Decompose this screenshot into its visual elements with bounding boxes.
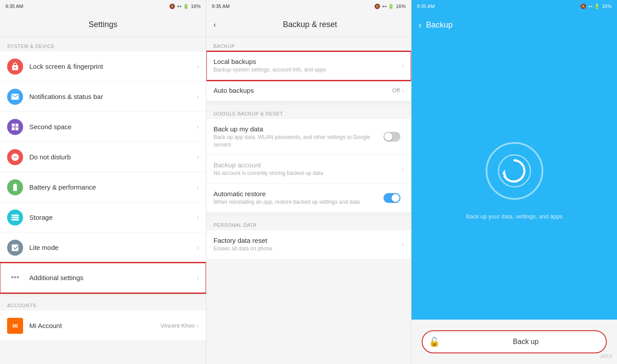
settings-panel: 9:35 AM 🔕 ↤ 🔋 16% Settings SYSTEM & DEVI… bbox=[0, 0, 206, 364]
auto-restore-toggle[interactable] bbox=[384, 193, 400, 203]
status-bar-panel3: 9:35 AM 🔕 ↤ 🔋 16% bbox=[411, 0, 617, 12]
back-up-subtitle: Back up app data, WLAN passwords, and ot… bbox=[214, 134, 384, 149]
notifications-title: Notifications & status bar bbox=[29, 93, 197, 100]
mute-icon: 🔕 bbox=[169, 4, 175, 9]
status-icons-panel2: 🔕 ↤ 🔋 16% bbox=[374, 4, 406, 9]
mute-icon3: 🔕 bbox=[580, 4, 586, 9]
backup-panel: 9:35 AM 🔕 ↤ 🔋 16% ‹ Backup Back up your … bbox=[411, 0, 617, 364]
second-space-title: Second space bbox=[29, 123, 197, 131]
section-label-personal: PERSONAL DATA bbox=[206, 216, 411, 230]
factory-reset-content: Factory data reset Erases all data on ph… bbox=[214, 237, 402, 253]
section-label-google: GOOGLE BACKUP & RESET bbox=[206, 105, 411, 119]
local-backups-item[interactable]: Local backups Backup system settings, ac… bbox=[206, 51, 411, 80]
settings-scroll[interactable]: SYSTEM & DEVICE Lock screen & fingerprin… bbox=[0, 37, 206, 364]
backup-account-item[interactable]: Backup account No account is currently s… bbox=[206, 155, 411, 184]
auto-restore-subtitle: When reinstalling an app, restore backed… bbox=[214, 198, 384, 206]
second-space-icon bbox=[7, 119, 23, 135]
backup-account-content: Backup account No account is currently s… bbox=[214, 161, 402, 177]
additional-title: Additional settings bbox=[29, 274, 197, 281]
auto-backups-chevron: › bbox=[402, 87, 404, 95]
status-icons-panel3: 🔕 ↤ 🔋 16% bbox=[580, 4, 612, 9]
lock-screen-text: Lock screen & fingerprint bbox=[29, 63, 197, 70]
backup-account-title: Backup account bbox=[214, 161, 402, 169]
settings-item-lite[interactable]: Lite mode › bbox=[0, 233, 206, 263]
lock-icon bbox=[7, 59, 23, 75]
additional-icon: ••• bbox=[7, 270, 23, 286]
auto-restore-title: Automatic restore bbox=[214, 190, 384, 198]
settings-item-second-space[interactable]: Second space › bbox=[0, 112, 206, 142]
spacer3 bbox=[206, 213, 411, 216]
signal-icon: ↤ bbox=[177, 4, 181, 9]
notif-chevron: › bbox=[197, 93, 199, 101]
backup-refresh-icon bbox=[497, 153, 532, 189]
auto-backups-title: Auto backups bbox=[214, 87, 392, 94]
settings-title: Settings bbox=[7, 20, 199, 29]
signal-icon3: ↤ bbox=[588, 4, 592, 9]
battery-percent-panel2: 16% bbox=[396, 4, 406, 9]
backup-screen-header: ‹ Backup bbox=[411, 12, 617, 37]
status-time-panel2: 9:35 AM bbox=[212, 4, 229, 9]
lock-open-icon: 🔓 bbox=[429, 336, 440, 347]
lite-text: Lite mode bbox=[29, 244, 197, 251]
additional-text: Additional settings bbox=[29, 274, 197, 281]
backup-hero-subtitle: Back up your data, settings, and apps bbox=[466, 213, 563, 220]
second-space-text: Second space bbox=[29, 123, 197, 131]
settings-item-lock-screen[interactable]: Lock screen & fingerprint › bbox=[0, 51, 206, 82]
backup-account-subtitle: No account is currently storing backed u… bbox=[214, 170, 402, 177]
storage-icon bbox=[7, 210, 23, 226]
status-icons-panel1: 🔕 ↤ 🔋 16% bbox=[169, 4, 201, 9]
backup-account-chevron: › bbox=[402, 165, 404, 173]
mi-account-text: Mi Account bbox=[29, 322, 161, 329]
lock-screen-title: Lock screen & fingerprint bbox=[29, 63, 197, 70]
back-up-content: Back up my data Back up app data, WLAN p… bbox=[214, 125, 384, 149]
storage-text: Storage bbox=[29, 214, 197, 221]
storage-title: Storage bbox=[29, 214, 197, 221]
backup-reset-panel: 9:35 AM 🔕 ↤ 🔋 16% ‹ Backup & reset BACKU… bbox=[206, 0, 411, 364]
auto-backups-content: Auto backups bbox=[214, 87, 392, 94]
settings-item-storage[interactable]: Storage › bbox=[0, 202, 206, 233]
notifications-text: Notifications & status bar bbox=[29, 93, 197, 100]
mi-account-icon: MI bbox=[7, 318, 23, 334]
factory-reset-title: Factory data reset bbox=[214, 237, 402, 244]
backup-bottom-area: 🔓 Back up MIUI bbox=[411, 320, 617, 364]
backup-back-button[interactable]: ‹ bbox=[419, 20, 422, 30]
lite-icon bbox=[7, 240, 23, 256]
dnd-title: Do not disturb bbox=[29, 153, 197, 161]
back-up-title: Back up my data bbox=[214, 125, 384, 133]
backup-btn-label[interactable]: Back up bbox=[446, 338, 606, 346]
back-up-toggle[interactable] bbox=[384, 132, 400, 142]
settings-item-dnd[interactable]: Do not disturb › bbox=[0, 142, 206, 172]
battery-icon-panel3: 🔋 bbox=[594, 4, 600, 9]
storage-chevron: › bbox=[197, 214, 199, 222]
status-bar-panel1: 9:35 AM 🔕 ↤ 🔋 16% bbox=[0, 0, 206, 12]
battery-icon-panel2: 🔋 bbox=[388, 4, 394, 9]
settings-item-notifications[interactable]: Notifications & status bar › bbox=[0, 82, 206, 112]
spacer1 bbox=[0, 293, 206, 297]
battery-percent-panel3: 16% bbox=[602, 4, 612, 9]
backup-hero: Back up your data, settings, and apps bbox=[411, 37, 617, 320]
status-time-panel1: 9:35 AM bbox=[5, 4, 23, 9]
section-label-backup: BACKUP bbox=[206, 37, 411, 51]
mi-account-title: Mi Account bbox=[29, 322, 161, 329]
battery-icon-panel1: 🔋 bbox=[183, 4, 189, 9]
settings-item-mi-account[interactable]: MI Mi Account Vincent Khoo › bbox=[0, 311, 206, 341]
second-space-chevron: › bbox=[197, 123, 199, 131]
settings-item-additional[interactable]: ••• Additional settings › bbox=[0, 263, 206, 293]
panel3-status-area: 9:35 AM 🔕 ↤ 🔋 16% ‹ Backup bbox=[411, 0, 617, 37]
back-up-my-data-item[interactable]: Back up my data Back up app data, WLAN p… bbox=[206, 119, 411, 155]
dnd-text: Do not disturb bbox=[29, 153, 197, 161]
auto-restore-item[interactable]: Automatic restore When reinstalling an a… bbox=[206, 184, 411, 213]
auto-restore-content: Automatic restore When reinstalling an a… bbox=[214, 190, 384, 206]
settings-item-battery[interactable]: Battery & performance › bbox=[0, 172, 206, 202]
backup-button[interactable]: 🔓 Back up bbox=[422, 330, 607, 353]
factory-reset-subtitle: Erases all data on phone bbox=[214, 245, 402, 253]
battery-chevron: › bbox=[197, 183, 199, 191]
auto-backups-item[interactable]: Auto backups Off › bbox=[206, 80, 411, 101]
auto-backups-value: Off bbox=[392, 87, 400, 94]
backup-lock-icon: 🔓 bbox=[423, 330, 446, 353]
factory-reset-item[interactable]: Factory data reset Erases all data on ph… bbox=[206, 230, 411, 259]
backup-reset-scroll[interactable]: BACKUP Local backups Backup system setti… bbox=[206, 37, 411, 364]
backup-screen-title: Backup bbox=[426, 20, 453, 30]
lite-title: Lite mode bbox=[29, 244, 197, 251]
spacer2 bbox=[206, 101, 411, 105]
